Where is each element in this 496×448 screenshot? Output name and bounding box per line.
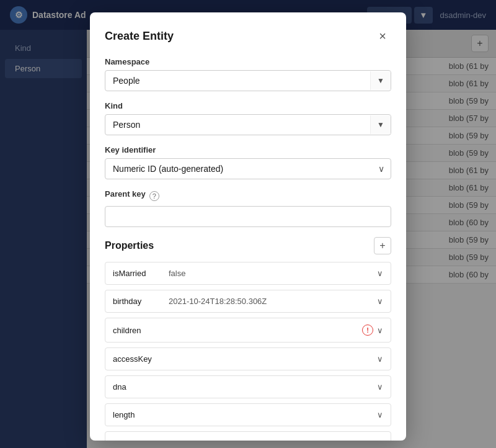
property-name-name: name bbox=[113, 438, 169, 441]
property-row-length: length ∨ bbox=[105, 403, 391, 426]
chevron-down-icon[interactable]: ∨ bbox=[377, 326, 383, 335]
key-identifier-value: Numeric ID (auto-generated) bbox=[105, 159, 372, 179]
property-row-name: name ∨ bbox=[105, 431, 391, 441]
kind-dropdown-icon: ▼ bbox=[370, 115, 391, 134]
modal-header: Create Entity × bbox=[105, 27, 391, 45]
create-entity-modal: Create Entity × Namespace People ▼ Kind … bbox=[90, 12, 406, 441]
chevron-down-icon[interactable]: ∨ bbox=[377, 354, 383, 364]
parent-key-label: Parent key bbox=[105, 189, 146, 199]
property-row-birthday: birthday 2021-10-24T18:28:50.306Z ∨ bbox=[105, 290, 391, 313]
chevron-down-icon[interactable]: ∨ bbox=[377, 438, 383, 441]
property-name-ismarried: isMarried bbox=[113, 269, 169, 278]
modal-close-button[interactable]: × bbox=[374, 27, 391, 45]
key-identifier-label: Key identifier bbox=[105, 145, 391, 155]
modal-overlay: Create Entity × Namespace People ▼ Kind … bbox=[0, 0, 496, 448]
key-identifier-dropdown-icon: ∨ bbox=[372, 159, 391, 179]
namespace-dropdown-icon: ▼ bbox=[370, 71, 391, 90]
property-row-accesskey: accessKey ∨ bbox=[105, 347, 391, 370]
parent-key-form-group: Parent key ? bbox=[105, 189, 391, 227]
property-name-length: length bbox=[113, 410, 169, 419]
properties-header: Properties + bbox=[105, 237, 391, 254]
property-actions-length: ∨ bbox=[377, 410, 383, 419]
key-identifier-select[interactable]: Numeric ID (auto-generated) ∨ bbox=[105, 158, 391, 179]
kind-label: Kind bbox=[105, 101, 391, 110]
parent-key-label-row: Parent key ? bbox=[105, 189, 391, 202]
chevron-down-icon[interactable]: ∨ bbox=[377, 382, 383, 392]
kind-select-value: Person bbox=[105, 115, 370, 135]
properties-title: Properties bbox=[105, 240, 154, 251]
property-actions-ismarried: ∨ bbox=[377, 269, 383, 278]
property-actions-name: ∨ bbox=[377, 438, 383, 441]
modal-title: Create Entity bbox=[105, 30, 174, 43]
property-name-birthday: birthday bbox=[113, 297, 169, 306]
parent-key-input[interactable] bbox=[105, 206, 391, 227]
add-property-button[interactable]: + bbox=[374, 237, 391, 254]
kind-select[interactable]: Person ▼ bbox=[105, 114, 391, 135]
property-row-children: children ! ∨ bbox=[105, 318, 391, 343]
property-name-accesskey: accessKey bbox=[113, 354, 169, 364]
key-identifier-form-group: Key identifier Numeric ID (auto-generate… bbox=[105, 145, 391, 179]
property-value-ismarried: false bbox=[169, 269, 377, 278]
namespace-select[interactable]: People ▼ bbox=[105, 70, 391, 91]
chevron-down-icon[interactable]: ∨ bbox=[377, 297, 383, 306]
property-actions-dna: ∨ bbox=[377, 382, 383, 392]
property-actions-children: ! ∨ bbox=[362, 325, 383, 336]
namespace-form-group: Namespace People ▼ bbox=[105, 57, 391, 91]
property-name-children: children bbox=[113, 326, 169, 335]
kind-form-group: Kind Person ▼ bbox=[105, 101, 391, 135]
warning-icon: ! bbox=[362, 325, 373, 336]
property-row-ismarried: isMarried false ∨ bbox=[105, 262, 391, 285]
property-actions-accesskey: ∨ bbox=[377, 354, 383, 364]
namespace-label: Namespace bbox=[105, 57, 391, 66]
property-name-dna: dna bbox=[113, 382, 169, 392]
chevron-down-icon[interactable]: ∨ bbox=[377, 269, 383, 278]
property-row-dna: dna ∨ bbox=[105, 375, 391, 398]
properties-list: isMarried false ∨ birthday 2021-10-24T18… bbox=[105, 262, 391, 441]
namespace-select-value: People bbox=[105, 71, 370, 91]
property-actions-birthday: ∨ bbox=[377, 297, 383, 306]
chevron-down-icon[interactable]: ∨ bbox=[377, 410, 383, 419]
property-value-birthday: 2021-10-24T18:28:50.306Z bbox=[169, 297, 377, 306]
help-icon[interactable]: ? bbox=[149, 191, 159, 201]
